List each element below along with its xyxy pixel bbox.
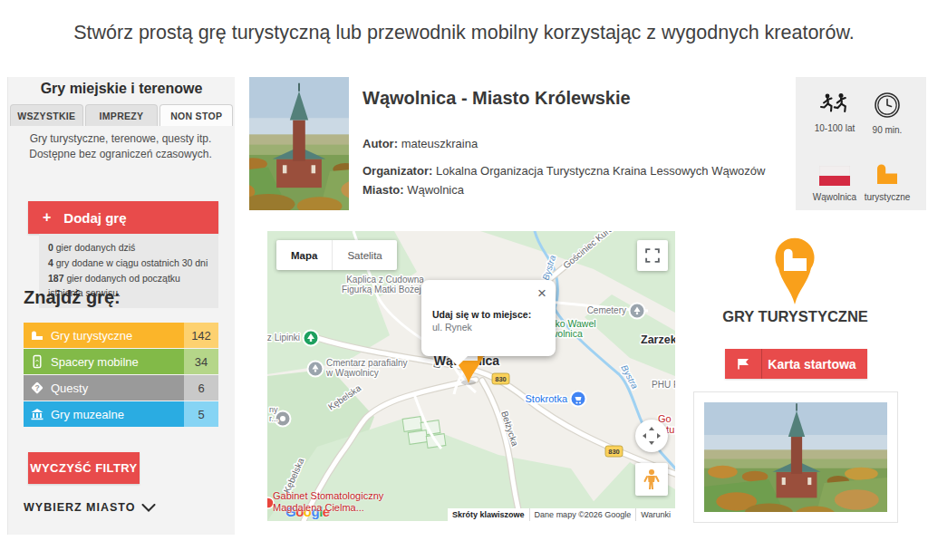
page: Stwórz prostą grę turystyczną lub przewo…	[0, 0, 928, 560]
satellite-view-button[interactable]: Satelita	[332, 240, 396, 270]
game-card: Wąwolnica - Miasto Królewskie Autor: mat…	[249, 77, 926, 210]
pegman-icon	[643, 468, 661, 490]
tab-description: Gry turystyczne, terenowe, questy itp. D…	[17, 131, 224, 162]
meta-age-label: 10-100 lat	[807, 123, 863, 133]
meta-type: turystyczne	[859, 160, 915, 202]
svg-text:r...: r...	[269, 414, 278, 423]
keyboard-shortcuts-link[interactable]: Skróty klawiszowe	[448, 508, 529, 521]
stat-line: 0 gier dodanych dziś	[48, 240, 209, 256]
category-label: Gry muzealne	[51, 408, 124, 421]
infowindow-close-button[interactable]: ×	[537, 285, 546, 301]
infowindow-tail	[448, 356, 468, 366]
runners-icon	[819, 92, 850, 117]
city-select-label: WYBIERZ MIASTO	[24, 501, 136, 514]
category-count: 142	[184, 323, 218, 348]
terms-link[interactable]: Warunki	[635, 508, 675, 521]
game-author: Autor: mateuszkraina	[362, 137, 478, 150]
map-data-label: Dane mapy ©2026 Google	[529, 508, 636, 521]
infowindow-title: Udaj się w to miejsce:	[432, 309, 545, 320]
filter-spacery-mobilne[interactable]: Spacery mobilne 34	[24, 349, 218, 374]
game-city: Miasto: Wąwolnica	[362, 183, 464, 197]
poland-flag-icon	[819, 166, 850, 186]
svg-text:ny: ny	[269, 405, 278, 414]
plus-icon: +	[43, 209, 51, 226]
diamond-question-icon: ?	[24, 381, 51, 395]
tab-imprezy[interactable]: IMPREZY	[85, 104, 159, 126]
tab-non-stop[interactable]: NON STOP	[160, 104, 233, 126]
meta-duration-label: 90 min.	[859, 125, 915, 135]
category-label: Spacery mobilne	[51, 355, 139, 369]
museum-icon	[24, 407, 51, 421]
category-label: Gry turystyczne	[51, 329, 132, 343]
meta-city: Wąwolnica	[807, 166, 863, 202]
game-thumbnail-photo	[704, 402, 887, 512]
game-title: Wąwolnica - Miasto Królewskie	[362, 88, 631, 109]
game-photo	[249, 77, 349, 210]
find-game-heading: Znajdź grę:	[24, 287, 121, 308]
map-attribution: Skróty klawiszowe Dane mapy ©2026 Google…	[448, 508, 675, 521]
infowindow-subtitle: ul. Rynek	[432, 322, 545, 333]
map-view-button[interactable]: Mapa	[276, 240, 332, 270]
tab-wszystkie[interactable]: WSZYSTKIE	[10, 104, 83, 126]
category-count: 34	[184, 349, 218, 374]
svg-text:Zarzeka: Zarzeka	[641, 333, 675, 346]
category-count: 6	[184, 375, 218, 401]
svg-text:Kaplica z Cudowną: Kaplica z Cudowną	[346, 275, 424, 285]
sidebar: Gry miejskie i terenowe WSZYSTKIE IMPREZ…	[7, 77, 235, 535]
game-thumbnail-card[interactable]	[693, 391, 898, 523]
category-filter-list: Gry turystyczne 142 Spacery mobilne 34 ?	[24, 323, 218, 428]
meta-duration: 90 min.	[859, 92, 915, 135]
map-type-control: Mapa Satelita	[276, 240, 397, 270]
map-canvas: 830 830 830	[267, 231, 675, 521]
meta-city-label: Wąwolnica	[807, 192, 863, 202]
svg-text:Stokrotka: Stokrotka	[526, 393, 568, 404]
chevron-down-icon	[141, 504, 156, 512]
clear-filters-button[interactable]: WYCZYŚĆ FILTRY	[28, 452, 140, 484]
game-organizer: Organizator: Lokalna Organizacja Turysty…	[362, 164, 765, 178]
pegman-control[interactable]	[635, 463, 668, 496]
fullscreen-button[interactable]	[637, 240, 668, 271]
clock-icon	[874, 92, 901, 119]
svg-text:z Lipinki: z Lipinki	[267, 333, 300, 343]
meta-type-label: turystyczne	[859, 192, 915, 202]
category-label: Questy	[51, 381, 88, 395]
tab-bar: WSZYSTKIE IMPREZY NON STOP	[10, 104, 233, 126]
category-marker-icon	[769, 234, 820, 310]
sidebar-heading: Gry miejskie i terenowe	[8, 81, 235, 97]
start-card-button[interactable]: Karta startowa	[725, 349, 867, 379]
add-game-button[interactable]: + Dodaj grę	[28, 201, 218, 234]
filter-gry-turystyczne[interactable]: Gry turystyczne 142	[24, 323, 218, 348]
map-business-label: Gabinet Stomatologiczny Magdalena Cielma…	[273, 490, 383, 513]
tourist-logo-icon	[874, 160, 901, 186]
filter-questy[interactable]: ? Questy 6	[24, 375, 218, 401]
start-card-label: Karta startowa	[762, 357, 867, 372]
filter-gry-muzealne[interactable]: Gry muzealne 5	[24, 401, 218, 427]
google-map[interactable]: 830 830 830	[267, 231, 675, 521]
map-infowindow: × Udaj się w to miejsce: ul. Rynek	[421, 280, 556, 356]
svg-text:Cmentarz parafialny: Cmentarz parafialny	[326, 358, 407, 368]
pan-control[interactable]	[635, 420, 668, 452]
game-meta-panel: 10-100 lat 90 min. Wąwolnica	[796, 77, 926, 210]
svg-text:?: ?	[34, 383, 39, 392]
stat-line: 4 gry dodane w ciągu ostatnich 30 dni	[48, 256, 209, 271]
svg-text:830: 830	[495, 375, 507, 383]
svg-text:w Wąwolnicy: w Wąwolnicy	[325, 368, 379, 378]
page-title: Stwórz prostą grę turystyczną lub przewo…	[0, 22, 928, 44]
svg-text:Cemetery: Cemetery	[587, 305, 626, 315]
pan-arrows-icon	[641, 425, 662, 447]
city-select[interactable]: WYBIERZ MIASTO	[24, 501, 156, 514]
phone-icon	[24, 354, 51, 369]
flag-icon	[725, 349, 762, 379]
category-title: GRY TURYSTYCZNE	[716, 308, 875, 325]
meta-age: 10-100 lat	[807, 92, 863, 133]
category-count: 5	[184, 401, 218, 427]
svg-text:Figurką Matki Bożej...: Figurką Matki Bożej...	[342, 285, 429, 294]
tourist-marker-icon	[24, 328, 51, 343]
add-game-label: Dodaj grę	[63, 210, 126, 226]
svg-text:830: 830	[608, 448, 620, 456]
fullscreen-icon	[644, 247, 661, 264]
svg-text:PHU R: PHU R	[652, 380, 675, 390]
